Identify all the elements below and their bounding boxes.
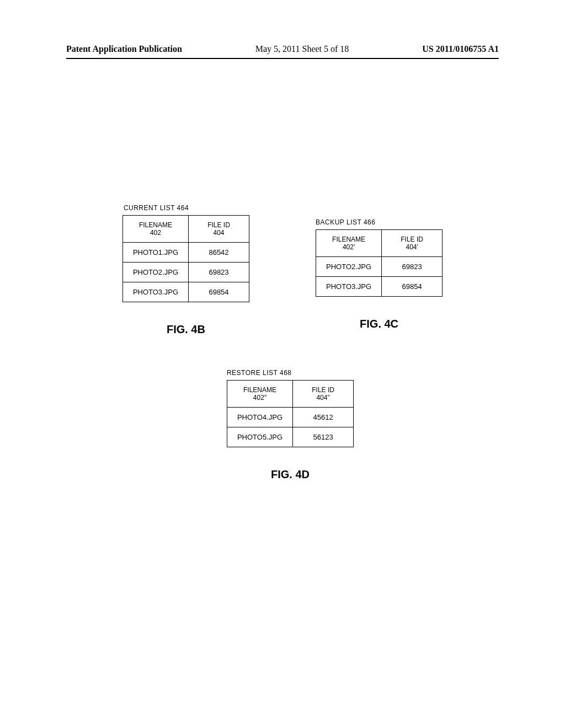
- col-filename-label: FILENAME: [133, 221, 178, 229]
- figure-4b: CURRENT LIST 464 FILENAME 402 FILE ID 40…: [122, 204, 249, 336]
- col-filename-ref: 402': [326, 243, 371, 251]
- restore-list-table: FILENAME 402" FILE ID 404" PHOTO4.JPG 45…: [227, 380, 354, 447]
- col-fileid-ref: 404": [303, 394, 343, 402]
- table-header-row: FILENAME 402 FILE ID 404: [122, 216, 249, 243]
- figure-caption-4b: FIG. 4B: [122, 323, 249, 336]
- col-fileid-header: FILE ID 404: [189, 216, 249, 243]
- col-fileid-header: FILE ID 404': [382, 230, 443, 257]
- table-row: PHOTO2.JPG 69823: [316, 257, 443, 277]
- figure-4d: RESTORE LIST 468 FILENAME 402" FILE ID 4…: [227, 369, 354, 481]
- figure-4c: BACKUP LIST 466 FILENAME 402' FILE ID 40…: [316, 218, 443, 336]
- table-row: PHOTO3.JPG 69854: [122, 282, 249, 302]
- col-fileid-label: FILE ID: [392, 235, 432, 243]
- cell-filename: PHOTO1.JPG: [122, 243, 188, 263]
- col-filename-header: FILENAME 402": [227, 381, 292, 408]
- col-filename-header: FILENAME 402: [122, 216, 188, 243]
- col-fileid-label: FILE ID: [199, 221, 239, 229]
- current-list-table: FILENAME 402 FILE ID 404 PHOTO1.JPG 8654…: [122, 215, 249, 302]
- cell-filename: PHOTO3.JPG: [122, 282, 188, 302]
- header-publication-number: US 2011/0106755 A1: [422, 44, 499, 54]
- col-fileid-header: FILE ID 404": [293, 381, 354, 408]
- figure-caption-4c: FIG. 4C: [316, 318, 443, 330]
- table-row: PHOTO5.JPG 56123: [227, 427, 353, 447]
- page-header: Patent Application Publication May 5, 20…: [0, 44, 565, 54]
- figure-caption-4d: FIG. 4D: [227, 468, 354, 481]
- col-filename-header: FILENAME 402': [316, 230, 382, 257]
- col-fileid-ref: 404': [392, 243, 432, 251]
- figure-row-top: CURRENT LIST 464 FILENAME 402 FILE ID 40…: [0, 204, 565, 336]
- col-filename-label: FILENAME: [326, 235, 371, 243]
- table-row: PHOTO4.JPG 45612: [227, 408, 353, 427]
- cell-fileid: 86542: [189, 243, 249, 263]
- cell-fileid: 69854: [189, 282, 249, 302]
- table-header-row: FILENAME 402" FILE ID 404": [227, 381, 353, 408]
- header-divider: [66, 58, 499, 59]
- cell-fileid: 69823: [382, 257, 443, 277]
- col-filename-ref: 402: [133, 229, 178, 237]
- col-filename-label: FILENAME: [237, 386, 282, 394]
- figure-row-bottom: RESTORE LIST 468 FILENAME 402" FILE ID 4…: [0, 369, 565, 481]
- col-filename-ref: 402": [237, 394, 282, 402]
- cell-fileid: 45612: [293, 408, 354, 427]
- backup-list-title: BACKUP LIST 466: [316, 218, 443, 226]
- col-fileid-ref: 404: [199, 229, 239, 237]
- header-date-sheet: May 5, 2011 Sheet 5 of 18: [255, 44, 349, 54]
- table-header-row: FILENAME 402' FILE ID 404': [316, 230, 443, 257]
- table-row: PHOTO2.JPG 69823: [122, 263, 249, 282]
- cell-filename: PHOTO5.JPG: [227, 427, 292, 447]
- cell-fileid: 56123: [293, 427, 354, 447]
- table-row: PHOTO1.JPG 86542: [122, 243, 249, 263]
- restore-list-title: RESTORE LIST 468: [227, 369, 354, 377]
- cell-filename: PHOTO2.JPG: [316, 257, 382, 277]
- cell-filename: PHOTO3.JPG: [316, 277, 382, 297]
- table-row: PHOTO3.JPG 69854: [316, 277, 443, 297]
- cell-fileid: 69823: [189, 263, 249, 282]
- cell-filename: PHOTO4.JPG: [227, 408, 292, 427]
- col-fileid-label: FILE ID: [303, 386, 343, 394]
- cell-fileid: 69854: [382, 277, 443, 297]
- current-list-title: CURRENT LIST 464: [124, 204, 249, 212]
- cell-filename: PHOTO2.JPG: [122, 263, 188, 282]
- backup-list-table: FILENAME 402' FILE ID 404' PHOTO2.JPG 69…: [316, 229, 443, 297]
- figure-content: CURRENT LIST 464 FILENAME 402 FILE ID 40…: [0, 204, 565, 481]
- header-publication-type: Patent Application Publication: [66, 44, 182, 54]
